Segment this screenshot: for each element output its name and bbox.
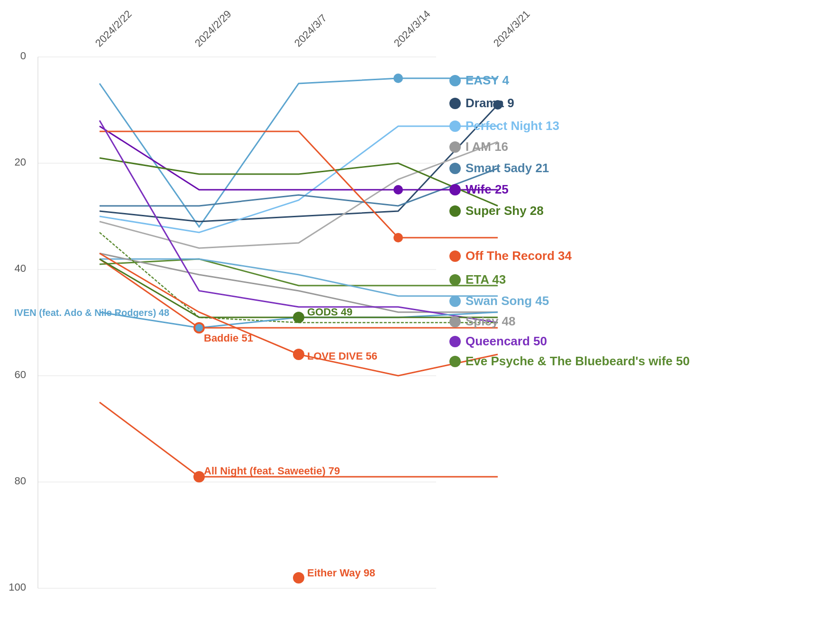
y-label-20: 20 [15, 156, 26, 168]
legend-label-perfect-night: Perfect Night 13 [466, 119, 559, 133]
dot-love-dive-2 [293, 349, 304, 360]
legend-label-smart: Smart 5ady 21 [466, 161, 549, 175]
legend-dot-off-record [449, 250, 461, 262]
legend-dot-eta [449, 274, 461, 286]
dot-gods-2 [293, 312, 304, 323]
legend-label-super-shy: Super Shy 28 [466, 204, 544, 218]
legend-dot-super-shy [449, 205, 461, 217]
legend-dot-easy [449, 75, 461, 86]
legend-dot-queencard [449, 336, 461, 347]
dot-all-night-1 [193, 471, 205, 482]
legend-label-off-record: Off The Record 34 [466, 249, 572, 263]
legend-label-iam: I AM 16 [466, 139, 508, 154]
y-label-60: 60 [15, 369, 26, 380]
legend-dot-perfect-night [449, 120, 461, 132]
legend-label-easy: EASY 4 [466, 73, 510, 87]
dot-wife-3 [393, 185, 403, 195]
dot-either-way [293, 572, 304, 584]
legend-dot-spicy [449, 316, 461, 327]
y-label-0: 0 [20, 50, 26, 62]
legend-label-queencard: Queencard 50 [466, 334, 547, 348]
chart-label-all-night: All Night (feat. Saweetie) 79 [204, 465, 340, 477]
legend-label-eta: ETA 43 [466, 272, 506, 287]
legend-label-spicy: Spicy 48 [466, 314, 516, 328]
chart-label-baddie: Baddie 51 [204, 332, 253, 344]
chart-label-iven: IVEN (feat. Ado & Nile Rodgers) 48 [14, 307, 169, 318]
legend-dot-smart [449, 163, 461, 174]
y-label-100: 100 [9, 581, 26, 593]
legend-dot-swan-song [449, 296, 461, 307]
y-label-40: 40 [15, 262, 26, 274]
dot-off-record-3 [393, 233, 403, 242]
legend-dot-wife [449, 184, 461, 195]
legend-dot-eve [449, 356, 461, 367]
chart-label-either-way: Either Way 98 [307, 567, 375, 579]
y-label-80: 80 [15, 475, 26, 487]
legend-label-drama: Drama 9 [466, 96, 514, 110]
chart-container: 0 20 40 60 80 100 2024/2/22 2024/2/29 20… [0, 0, 840, 630]
legend-label-eve: Eve Psyche & The Bluebeard's wife 50 [466, 354, 690, 368]
dot-iven-1 [195, 324, 203, 332]
legend-dot-iam [449, 141, 461, 153]
legend-label-swan-song: Swan Song 45 [466, 294, 549, 308]
chart-label-gods: GODS 49 [307, 306, 352, 318]
chart-label-love-dive: LOVE DIVE 56 [307, 350, 377, 362]
legend-label-wife: Wife 25 [466, 182, 509, 196]
dot-easy-3 [393, 74, 403, 83]
legend-dot-drama [449, 98, 461, 109]
